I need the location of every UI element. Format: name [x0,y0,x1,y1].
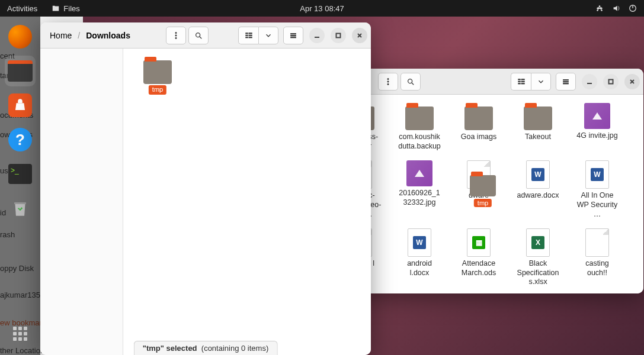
svg-point-5 [387,78,389,79]
file-item[interactable]: Wandroid l.docx [397,228,442,287]
window-minimize-button[interactable] [582,74,597,89]
view-grid-button[interactable] [238,27,258,44]
svg-rect-32 [337,33,341,37]
svg-point-21 [175,37,177,38]
headerbar: My Drive [326,69,643,95]
files-window-downloads: Home / Downloads tmp "tmp" selected (con… [40,22,371,355]
window-maximize-button[interactable] [331,28,346,43]
svg-rect-4 [14,202,26,204]
view-dropdown-button[interactable] [258,27,278,44]
dock-show-apps[interactable] [8,322,32,346]
dock-firefox[interactable] [5,21,36,52]
file-item[interactable]: 20160926_132332.jpg [397,160,442,219]
file-item[interactable]: XBlack Specifications.xlsx [515,228,560,287]
dock-terminal[interactable]: >_ [5,159,36,189]
dock-trash[interactable] [5,193,36,224]
view-list-button[interactable] [283,27,303,44]
svg-rect-25 [245,37,248,37]
svg-point-8 [408,79,412,83]
window-minimize-button[interactable] [309,28,325,43]
file-item[interactable]: Takeout [515,103,560,151]
file-item[interactable]: ▦Attendace March.ods [456,228,501,287]
svg-rect-24 [245,35,248,36]
file-item[interactable]: Goa imags [456,103,501,151]
svg-point-6 [387,80,389,82]
svg-point-7 [387,83,389,85]
svg-rect-13 [521,81,524,82]
svg-point-19 [175,32,177,33]
network-icon[interactable] [595,4,604,12]
file-grid[interactable]: tmp [123,49,371,355]
volume-icon[interactable] [612,4,620,12]
view-dropdown-button[interactable] [531,73,551,91]
svg-rect-29 [291,33,296,34]
svg-rect-23 [245,33,248,33]
file-item[interactable]: WAll In One WP Security … [575,160,620,219]
dock-files[interactable] [5,56,36,86]
search-button[interactable] [401,73,421,91]
places-sidebar[interactable] [40,49,123,355]
file-item[interactable]: casting ouch!! [575,228,620,287]
svg-rect-9 [518,79,520,79]
file-item[interactable]: Wadware.docx [515,160,560,219]
svg-rect-14 [521,83,524,83]
status-bar: "tmp" selected (containing 0 items) [134,341,278,355]
file-item[interactable]: tmp [135,57,180,84]
svg-rect-31 [291,37,296,37]
svg-rect-11 [518,83,520,83]
svg-rect-27 [249,35,252,36]
top-panel: Activities Files Apr 13 08:47 [0,0,644,17]
svg-rect-30 [291,35,296,36]
breadcrumb-current[interactable]: Downloads [86,31,130,40]
search-button[interactable] [188,27,209,44]
headerbar: Home / Downloads [40,22,371,49]
svg-rect-17 [563,83,569,83]
svg-rect-28 [249,37,252,37]
window-close-button[interactable] [624,74,640,89]
window-close-button[interactable] [352,28,367,43]
hamburger-menu-button[interactable] [378,73,398,91]
dock: ? >_ [0,17,40,355]
breadcrumb: Home / Downloads [50,31,130,40]
dock-software[interactable] [5,90,36,121]
window-maximize-button[interactable] [603,74,619,89]
svg-rect-15 [563,79,569,80]
svg-rect-18 [609,79,613,83]
svg-point-22 [196,33,200,37]
svg-rect-10 [518,81,520,82]
file-item[interactable]: com.koushikdutta.backup [397,103,442,151]
activities-button[interactable]: Activities [7,4,37,13]
view-grid-button[interactable] [511,73,531,91]
hamburger-menu-button[interactable] [166,27,186,44]
app-menu[interactable]: Files [52,4,79,13]
file-item[interactable]: 4G invite.jpg [575,103,620,151]
svg-rect-26 [249,33,252,33]
power-icon[interactable] [629,4,637,12]
dock-help[interactable]: ? [5,124,36,155]
svg-rect-12 [521,79,524,79]
breadcrumb-home[interactable]: Home [50,31,72,40]
svg-rect-16 [563,81,569,82]
drag-preview-folder: tmp [470,172,496,196]
clock[interactable]: Apr 13 08:47 [300,4,344,13]
files-icon [52,4,60,12]
view-list-button[interactable] [556,73,576,91]
svg-point-20 [175,34,177,36]
